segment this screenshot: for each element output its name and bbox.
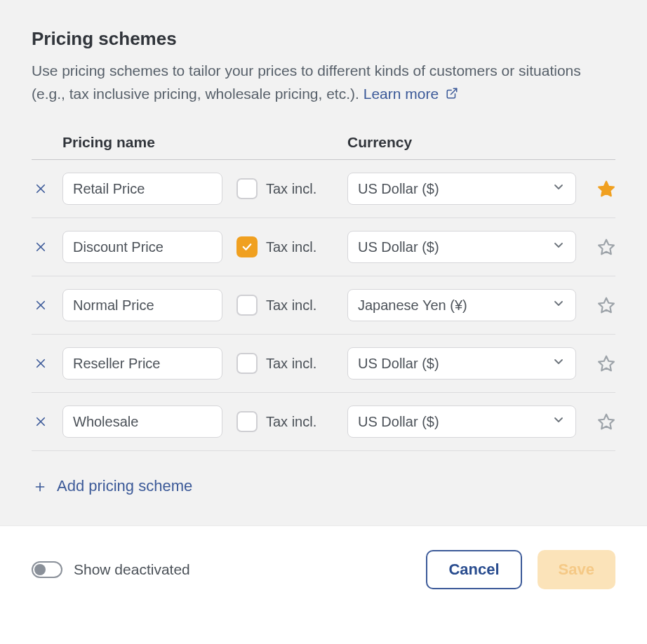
chevron-down-icon — [552, 413, 566, 431]
toggle-knob — [34, 564, 46, 575]
tax-inclusive-checkbox[interactable] — [236, 411, 258, 432]
currency-value: US Dollar ($) — [358, 239, 439, 255]
tax-inclusive-label: Tax incl. — [266, 297, 316, 314]
footer-actions: Cancel Save — [426, 550, 615, 589]
section-title: Pricing schemes — [32, 28, 615, 50]
cancel-button[interactable]: Cancel — [426, 550, 521, 589]
remove-row-button[interactable] — [32, 412, 50, 431]
save-button[interactable]: Save — [538, 550, 615, 589]
close-icon — [34, 415, 47, 428]
add-pricing-scheme-button[interactable]: ＋ Add pricing scheme — [32, 451, 615, 504]
close-icon — [34, 357, 47, 370]
favorite-star[interactable] — [583, 180, 615, 198]
star-icon — [597, 238, 615, 256]
svg-line-0 — [451, 88, 456, 94]
currency-value: US Dollar ($) — [358, 181, 439, 197]
pricing-row: Tax incl. US Dollar ($) — [32, 335, 615, 393]
plus-icon: ＋ — [32, 475, 47, 497]
star-icon — [597, 354, 615, 373]
chevron-down-icon — [552, 180, 566, 198]
chevron-down-icon — [552, 355, 566, 373]
tax-inclusive-checkbox[interactable] — [236, 295, 258, 316]
description-text: Use pricing schemes to tailor your price… — [32, 62, 581, 102]
col-header-currency: Currency — [347, 134, 583, 151]
pricing-name-input[interactable] — [62, 405, 222, 438]
pricing-name-input[interactable] — [62, 289, 222, 321]
star-icon — [597, 412, 615, 431]
favorite-star[interactable] — [583, 296, 615, 314]
favorite-star[interactable] — [583, 238, 615, 256]
tax-inclusive-checkbox[interactable] — [236, 178, 258, 199]
show-deactivated-toggle[interactable] — [32, 561, 62, 578]
tax-inclusive-label: Tax incl. — [266, 239, 316, 255]
tax-inclusive-label: Tax incl. — [266, 414, 316, 430]
svg-marker-3 — [599, 182, 614, 196]
currency-select[interactable]: US Dollar ($) — [347, 405, 576, 438]
col-header-name: Pricing name — [62, 134, 236, 151]
close-icon — [34, 182, 47, 195]
svg-marker-15 — [599, 415, 614, 429]
currency-select[interactable]: US Dollar ($) — [347, 231, 576, 263]
external-link-icon — [446, 83, 458, 107]
pricing-name-input[interactable] — [62, 173, 222, 205]
tax-inclusive-label: Tax incl. — [266, 181, 316, 197]
remove-row-button[interactable] — [32, 180, 50, 198]
section-description: Use pricing schemes to tailor your price… — [32, 60, 615, 106]
pricing-name-input[interactable] — [62, 347, 222, 380]
add-pricing-label: Add pricing scheme — [57, 477, 192, 495]
pricing-schemes-panel: Pricing schemes Use pricing schemes to t… — [0, 0, 647, 525]
currency-select[interactable]: US Dollar ($) — [347, 173, 576, 205]
show-deactivated-label: Show deactivated — [74, 561, 190, 578]
tax-inclusive-checkbox[interactable] — [236, 353, 258, 374]
favorite-star[interactable] — [583, 412, 615, 431]
pricing-row: Tax incl. US Dollar ($) — [32, 160, 615, 218]
currency-select[interactable]: US Dollar ($) — [347, 347, 576, 380]
pricing-name-input[interactable] — [62, 231, 222, 263]
chevron-down-icon — [552, 239, 566, 256]
pricing-row: Tax incl. Japanese Yen (¥) — [32, 276, 615, 335]
remove-row-button[interactable] — [32, 296, 50, 314]
currency-select[interactable]: Japanese Yen (¥) — [347, 289, 576, 321]
svg-marker-12 — [599, 356, 614, 371]
remove-row-button[interactable] — [32, 354, 50, 373]
pricing-row: Tax incl. US Dollar ($) — [32, 393, 615, 451]
currency-value: US Dollar ($) — [358, 356, 439, 372]
remove-row-button[interactable] — [32, 238, 50, 256]
favorite-star[interactable] — [583, 354, 615, 373]
show-deactivated-control: Show deactivated — [32, 561, 190, 578]
svg-marker-6 — [599, 240, 614, 255]
pricing-table: Pricing name Currency Tax incl. US D — [32, 134, 615, 451]
footer-bar: Show deactivated Cancel Save — [0, 525, 647, 613]
svg-marker-9 — [599, 298, 614, 313]
chevron-down-icon — [552, 297, 566, 314]
currency-value: Japanese Yen (¥) — [358, 297, 467, 314]
close-icon — [34, 299, 47, 311]
table-header: Pricing name Currency — [32, 134, 615, 160]
tax-inclusive-label: Tax incl. — [266, 356, 316, 372]
check-icon — [241, 241, 253, 253]
star-icon — [597, 296, 615, 314]
tax-inclusive-checkbox[interactable] — [236, 236, 258, 257]
currency-value: US Dollar ($) — [358, 414, 439, 430]
close-icon — [34, 241, 47, 253]
learn-more-link[interactable]: Learn more — [363, 86, 458, 102]
pricing-row: Tax incl. US Dollar ($) — [32, 218, 615, 276]
star-icon — [597, 180, 615, 198]
